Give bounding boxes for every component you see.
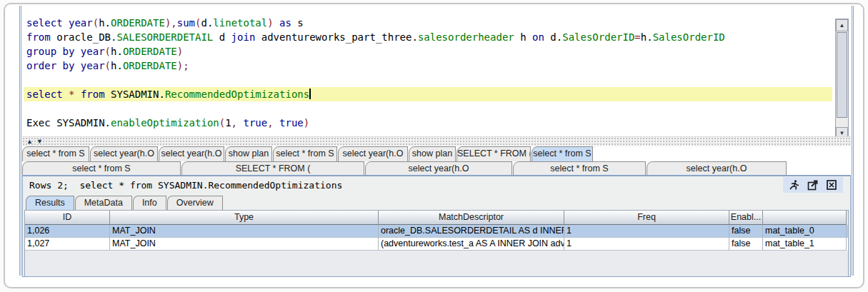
query-tab[interactable]: select year(h.O (90, 146, 158, 161)
detach-icon[interactable] (807, 179, 819, 191)
sql-token-keyword: join (231, 31, 256, 43)
sql-token-plain: Exec SYSADMIN. (26, 117, 111, 129)
column-header-enabl[interactable]: Enabl... (729, 211, 763, 225)
query-tab[interactable]: select * from S (513, 161, 646, 175)
query-tab[interactable]: select year(h.O (338, 146, 408, 161)
table-row[interactable]: 1,027MAT_JOIN(adventureworks.test_a AS A… (25, 238, 848, 251)
column-header-id[interactable]: ID (25, 211, 110, 225)
query-tab[interactable]: select year(h.O (365, 161, 512, 175)
sql-token-keyword: true (274, 117, 304, 129)
column-header-type[interactable]: Type (110, 211, 379, 225)
query-tab[interactable]: select year(h.O (647, 161, 787, 175)
query-tab[interactable]: show plan (409, 146, 456, 161)
query-tabs-row-1: select * from Sselect year(h.Oselect yea… (22, 146, 851, 161)
sql-line[interactable] (24, 73, 832, 87)
text-caret (309, 89, 311, 99)
collapse-up-button[interactable]: ▲ (26, 138, 33, 146)
sql-token-punct: ( (93, 17, 99, 29)
sql-token-punct: ); (177, 60, 189, 71)
sql-token-punct: ( (105, 46, 111, 57)
sql-line[interactable]: select year(h.ORDERDATE),sum(d.linetotal… (24, 16, 832, 30)
sql-token-identifier: SALESORDERDETAIL (116, 31, 213, 43)
sql-token-identifier: ORDERDATE (123, 46, 177, 57)
column-header-freq[interactable]: Freq (564, 211, 729, 225)
table-cell[interactable]: 1 (564, 225, 729, 238)
result-tab-info[interactable]: Info (133, 196, 166, 210)
close-icon[interactable] (826, 179, 837, 191)
left-border-line-inner (21, 6, 21, 276)
table-cell[interactable]: 1,026 (25, 225, 110, 238)
editor-vertical-scrollbar[interactable]: ▲ ▼ (835, 19, 849, 136)
results-table: IDTypeMatchDescriptorFreqEnabl... 1,026M… (24, 210, 849, 276)
sql-editor[interactable]: select year(h.ORDERDATE),sum(d.linetotal… (22, 6, 851, 136)
sql-token-plain (274, 17, 279, 29)
query-tab[interactable]: show plan (225, 146, 272, 161)
sql-token-punct: , (267, 117, 273, 129)
sql-line-current[interactable]: select * from SYSADMIN.RecommendedOptimi… (24, 87, 832, 101)
sql-token-keyword: order by (26, 60, 81, 71)
query-tabs-row-2: select * from SSELECT * FROM (select yea… (22, 161, 851, 175)
split-divider[interactable]: ▲ ▼ (22, 136, 851, 146)
sql-token-plain: h. (99, 17, 111, 29)
sql-token-plain: d (213, 31, 231, 43)
query-tab[interactable]: SELECT * FROM ( (181, 161, 364, 175)
sql-token-punct: ( (105, 60, 111, 71)
results-panel: Rows 2; select * from SYSADMIN.Recommend… (22, 175, 851, 277)
sql-line[interactable] (24, 101, 832, 116)
sql-line[interactable]: from oracle_DB.SALESORDERDETAIL d join a… (24, 30, 832, 44)
sql-token-keyword: on (532, 31, 544, 43)
sql-line[interactable]: order by year(h.ORDERDATE); (24, 59, 832, 73)
sql-token-keyword: as (279, 17, 291, 29)
sql-token-plain: s (291, 17, 304, 29)
column-header[interactable] (763, 211, 847, 225)
sql-line[interactable]: group by year(h.ORDERDATE) (24, 44, 832, 59)
sql-token-plain: adventureworks_part_three. (255, 31, 418, 43)
result-tab-overview[interactable]: Overview (167, 196, 223, 210)
sql-token-punct: ), (165, 17, 177, 29)
table-row-selected[interactable]: 1,026MAT_JOINoracle_DB.SALESORDERDETAIL … (25, 225, 848, 238)
sql-line[interactable]: Exec SYSADMIN.enableOptimization(1, true… (24, 116, 832, 130)
collapse-down-button[interactable]: ▼ (36, 138, 43, 146)
sql-token-identifier: ORDERDATE (123, 60, 177, 71)
query-tab[interactable]: select * from S (22, 146, 89, 161)
query-tab[interactable]: select * from S (273, 146, 337, 161)
table-cell[interactable]: false (729, 238, 763, 251)
table-cell[interactable]: (adventureworks.test_a AS A INNER JOIN a… (379, 238, 564, 251)
sql-token-plain: d. (201, 17, 213, 29)
query-tab-selected[interactable]: select * from S (532, 146, 593, 161)
scroll-up-button[interactable]: ▲ (836, 19, 848, 31)
table-header-row: IDTypeMatchDescriptorFreqEnabl... (25, 211, 848, 225)
column-header-matchdescriptor[interactable]: MatchDescriptor (379, 211, 564, 225)
sql-code[interactable]: select year(h.ORDERDATE),sum(d.linetotal… (24, 16, 832, 130)
scroll-down-button[interactable]: ▼ (836, 127, 848, 136)
sql-token-keyword: select (26, 17, 69, 29)
sql-token-identifier: SalesOrderID (653, 31, 725, 43)
sql-token-keyword: from (26, 31, 51, 43)
query-tab[interactable]: select * from S (22, 161, 181, 175)
left-border-line (19, 6, 20, 276)
table-cell[interactable]: mat_table_1 (763, 238, 847, 251)
query-tab[interactable]: select year(h.O (159, 146, 224, 161)
query-tab[interactable]: SELECT * FROM ( (457, 146, 531, 161)
right-border-line (853, 6, 854, 276)
sql-token-keyword: year (81, 46, 105, 57)
sql-token-punct: ) (304, 117, 309, 129)
table-cell[interactable]: 1,027 (25, 238, 110, 251)
sql-token-punct: ( (219, 117, 225, 129)
sql-token-keyword: group by (26, 46, 81, 57)
result-tab-results[interactable]: Results (26, 196, 74, 210)
rerun-icon[interactable] (789, 179, 800, 191)
table-cell[interactable]: false (729, 225, 763, 238)
table-cell[interactable]: oracle_DB.SALESORDERDETAIL AS d INNER JO… (379, 225, 564, 238)
main-content: select year(h.ORDERDATE),sum(d.linetotal… (19, 6, 854, 276)
sql-token-keyword: select (26, 89, 69, 100)
sql-token-punct: ) (177, 46, 183, 57)
scrollbar-thumb[interactable] (837, 32, 847, 118)
table-cell[interactable]: mat_table_0 (763, 225, 847, 238)
table-cell[interactable]: MAT_JOIN (110, 225, 379, 238)
sql-token-identifier: linetotal (213, 17, 267, 29)
table-cell[interactable]: 1 (564, 238, 729, 251)
table-cell[interactable]: MAT_JOIN (110, 238, 379, 251)
result-tab-metadata[interactable]: MetaData (75, 196, 132, 210)
sql-token-keyword: from (74, 89, 104, 100)
